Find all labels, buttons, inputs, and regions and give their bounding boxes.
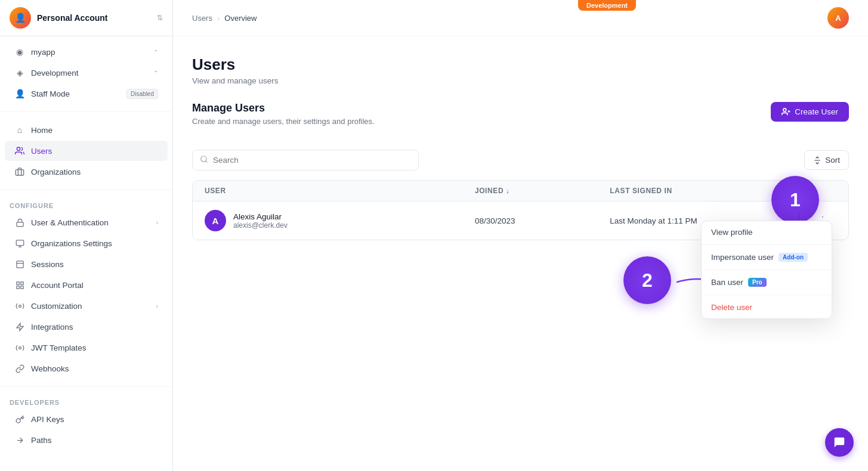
configure-section: Configure User & Authentication › Organi… <box>0 193 172 384</box>
svg-point-9 <box>18 305 21 307</box>
menu-item-delete[interactable]: Delete user <box>702 296 832 318</box>
sessions-icon <box>14 259 25 269</box>
svg-point-0 <box>17 147 20 150</box>
chat-button[interactable] <box>825 428 854 457</box>
search-input[interactable] <box>213 156 411 165</box>
sidebar-item-label: API Keys <box>31 415 158 424</box>
sidebar-item-sessions[interactable]: Sessions <box>5 254 168 274</box>
menu-item-label: View profile <box>711 228 753 237</box>
sidebar-item-users[interactable]: Users <box>5 141 168 161</box>
app-icon: ◉ <box>14 47 25 57</box>
sidebar-item-label: JWT Templates <box>31 343 158 352</box>
developers-section: Developers API Keys Paths <box>0 389 172 455</box>
section-title: Manage Users <box>192 102 375 114</box>
home-icon: ⌂ <box>14 125 25 135</box>
table-header: User Joined ↓ Last Signed In <box>193 181 848 202</box>
sidebar-item-account-portal[interactable]: Account Portal <box>5 275 168 295</box>
integrations-icon <box>14 321 25 332</box>
sidebar-item-label: Customization <box>31 302 150 311</box>
svg-rect-6 <box>20 281 23 284</box>
user-avatar: A <box>205 210 226 231</box>
customization-icon <box>14 300 25 311</box>
chevron-down-icon: ⌃ <box>153 70 158 76</box>
sidebar-item-home[interactable]: ⌂ Home <box>5 120 168 140</box>
sidebar-item-label: Staff Mode <box>31 89 121 98</box>
page-subtitle: View and manage users <box>192 76 849 85</box>
menu-item-label: Delete user <box>711 303 752 312</box>
sidebar-item-api-keys[interactable]: API Keys <box>5 409 168 429</box>
sidebar-item-myapp[interactable]: ◉ myapp ⌃ <box>5 42 168 62</box>
col-header-joined[interactable]: Joined ↓ <box>475 187 610 195</box>
breadcrumb: Users › Overview <box>192 14 257 23</box>
sidebar-item-user-auth[interactable]: User & Authentication › <box>5 212 168 233</box>
svg-rect-2 <box>16 222 23 226</box>
menu-divider-2 <box>702 269 832 270</box>
sidebar-item-label: myapp <box>31 48 147 57</box>
sidebar-item-label: Account Portal <box>31 281 158 290</box>
key-icon <box>14 414 25 424</box>
dev-badge: Development <box>578 0 636 11</box>
user-email: alexis@clerk.dev <box>233 221 288 230</box>
sort-button[interactable]: Sort <box>804 150 849 170</box>
breadcrumb-separator: › <box>217 14 220 23</box>
sidebar-item-staff-mode[interactable]: 👤 Staff Mode Disabled <box>5 83 168 104</box>
sidebar-item-label: Development <box>31 69 147 78</box>
menu-item-impersonate[interactable]: Impersonate user Add-on <box>702 246 832 268</box>
sidebar-main-section: ⌂ Home Users Organizations <box>0 114 172 187</box>
sidebar-item-customization[interactable]: Customization › <box>5 296 168 316</box>
sidebar-item-jwt-templates[interactable]: JWT Templates <box>5 337 168 358</box>
sort-label: Sort <box>825 156 840 165</box>
sidebar-item-label: Sessions <box>31 260 158 269</box>
sidebar-item-development[interactable]: ◈ Development ⌃ <box>5 63 168 83</box>
create-user-label: Create User <box>795 107 838 116</box>
sidebar-item-webhooks[interactable]: Webhooks <box>5 358 168 379</box>
chevron-icon: ⇅ <box>157 14 163 22</box>
addon-badge: Add-on <box>779 253 808 262</box>
chevron-right-icon: › <box>156 219 158 226</box>
organizations-icon <box>14 166 25 177</box>
svg-point-11 <box>18 346 21 349</box>
breadcrumb-overview: Overview <box>224 14 257 23</box>
sidebar-item-integrations[interactable]: Integrations <box>5 317 168 337</box>
svg-rect-7 <box>20 286 23 288</box>
menu-item-view-profile[interactable]: View profile <box>702 221 832 243</box>
webhooks-icon <box>14 363 25 374</box>
user-cell: A Alexis Aguilar alexis@clerk.dev <box>205 210 475 231</box>
user-info: Alexis Aguilar alexis@clerk.dev <box>233 212 288 230</box>
dev-badge-bar: Development <box>346 0 868 11</box>
search-box[interactable] <box>192 150 419 171</box>
svg-marker-10 <box>16 323 23 331</box>
menu-item-label: Ban user <box>711 278 743 287</box>
search-icon <box>200 155 208 165</box>
account-switcher[interactable]: 👤 Personal Account ⇅ <box>0 0 172 36</box>
menu-item-ban[interactable]: Ban user Pro <box>702 271 832 293</box>
portal-icon <box>14 280 25 290</box>
create-user-button[interactable]: Create User <box>771 102 849 122</box>
sidebar-item-org-settings[interactable]: Organizations Settings <box>5 233 168 253</box>
account-avatar: 👤 <box>10 7 31 29</box>
section-header: Manage Users Create and manage users, th… <box>192 102 849 138</box>
sidebar: 👤 Personal Account ⇅ ◉ myapp ⌃ ◈ Develop… <box>0 0 173 471</box>
paths-icon <box>14 435 25 445</box>
user-name: Alexis Aguilar <box>233 212 288 221</box>
account-title: Personal Account <box>37 13 151 23</box>
sidebar-top-section: ◉ myapp ⌃ ◈ Development ⌃ 👤 Staff Mode D… <box>0 36 172 109</box>
page-title: Users <box>192 55 849 74</box>
sidebar-item-label: Integrations <box>31 323 158 331</box>
section-heading-group: Manage Users Create and manage users, th… <box>192 102 375 138</box>
sidebar-item-label: User & Authentication <box>31 218 150 227</box>
svg-point-15 <box>201 156 206 162</box>
sort-arrow-icon: ↓ <box>506 187 509 194</box>
menu-divider-3 <box>702 295 832 295</box>
breadcrumb-users[interactable]: Users <box>192 14 212 23</box>
sidebar-item-organizations[interactable]: Organizations <box>5 162 168 182</box>
chevron-down-icon: ⌃ <box>153 49 158 55</box>
svg-rect-5 <box>16 281 18 284</box>
svg-rect-8 <box>16 286 18 288</box>
jwt-icon <box>14 342 25 353</box>
lock-icon <box>14 217 25 228</box>
configure-label: Configure <box>0 197 172 212</box>
sidebar-item-paths[interactable]: Paths <box>5 430 168 450</box>
menu-divider <box>702 244 832 245</box>
svg-rect-1 <box>16 170 23 175</box>
